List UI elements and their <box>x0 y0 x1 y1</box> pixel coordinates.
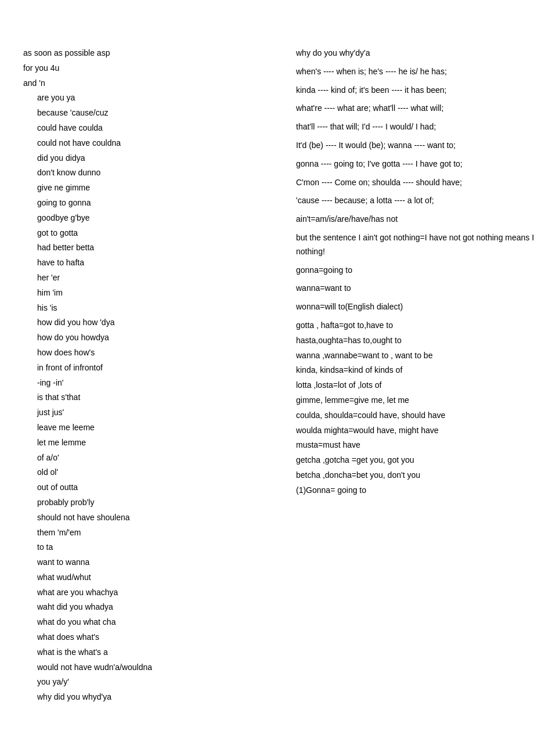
left-entry-29: out of outta <box>23 481 290 495</box>
right-entry-37: getcha ,gotcha =get you, got you <box>296 453 534 467</box>
left-entry-14: have to hafta <box>23 256 290 270</box>
left-entry-9: give ne gimme <box>23 181 290 195</box>
left-entry-33: to ta <box>23 541 290 555</box>
left-entry-8: don't know dunno <box>23 166 290 180</box>
left-entry-41: would not have wudn'a/wouldna <box>23 661 290 675</box>
left-entry-40: what is the what's a <box>23 646 290 660</box>
right-entry-12: gonna ---- going to; I've gotta ---- I h… <box>296 157 534 171</box>
left-entry-12: got to gotta <box>23 226 290 240</box>
left-entry-39: what does what's <box>23 631 290 645</box>
left-column: as soon as possible aspfor you 4uand 'na… <box>23 46 290 705</box>
left-entry-4: because 'cause/cuz <box>23 106 290 120</box>
right-entry-35: woulda mighta=would have, might have <box>296 424 534 438</box>
left-entry-28: old ol' <box>23 466 290 480</box>
left-entry-15: her 'er <box>23 271 290 285</box>
left-entry-42: you ya/y' <box>23 675 290 689</box>
left-entry-21: in front of infrontof <box>23 361 290 375</box>
left-entry-1: for you 4u <box>23 62 290 75</box>
left-entry-26: let me lemme <box>23 436 290 450</box>
right-entry-16: 'cause ---- because; a lotta ---- a lot … <box>296 194 534 208</box>
right-entry-4: kinda ---- kind of; it's been ---- it ha… <box>296 84 534 98</box>
left-entry-37: waht did you whadya <box>23 600 290 614</box>
left-entry-0: as soon as possible asp <box>23 46 290 60</box>
left-entry-43: why did you whyd'ya <box>23 690 290 704</box>
right-entry-32: lotta ,losta=lot of ,lots of <box>296 379 534 393</box>
left-entry-31: should not have shoulena <box>23 511 290 525</box>
left-entry-16: him 'im <box>23 286 290 300</box>
left-entry-19: how do you howdya <box>23 331 290 345</box>
left-entry-24: just jus' <box>23 406 290 420</box>
right-entry-24: wanna=want to <box>296 282 534 296</box>
right-entry-8: that'll ---- that will; I'd ---- I would… <box>296 120 534 134</box>
left-entry-13: had better betta <box>23 241 290 255</box>
right-entry-29: hasta,oughta=has to,ought to <box>296 334 534 348</box>
right-column: why do you why'dy'awhen's ---- when is; … <box>290 46 534 705</box>
right-entry-36: musta=must have <box>296 438 534 452</box>
right-entry-31: kinda, kindsa=kind of kinds of <box>296 363 534 377</box>
left-entry-20: how does how's <box>23 346 290 360</box>
right-entry-30: wanna ,wannabe=want to , want to be <box>296 349 534 363</box>
right-entry-6: what're ---- what are; what'll ---- what… <box>296 102 534 116</box>
right-entry-38: betcha ,doncha=bet you, don't you <box>296 469 534 483</box>
left-entry-32: them 'm/'em <box>23 526 290 540</box>
left-entry-2: and 'n <box>23 77 290 91</box>
left-entry-10: going to gonna <box>23 196 290 210</box>
main-content: as soon as possible aspfor you 4uand 'na… <box>23 46 511 705</box>
right-entry-18: ain't=am/is/are/have/has not <box>296 213 534 226</box>
right-entry-20: but the sentence I ain't got nothing=I h… <box>296 231 534 259</box>
right-entry-26: wonna=will to(English dialect) <box>296 300 534 314</box>
left-entry-17: his 'is <box>23 301 290 315</box>
left-entry-35: what wud/whut <box>23 571 290 585</box>
right-entry-0: why do you why'dy'a <box>296 46 534 60</box>
right-entry-22: gonna=going to <box>296 264 534 278</box>
left-entry-18: how did you how 'dya <box>23 316 290 330</box>
right-entry-28: gotta , hafta=got to,have to <box>296 319 534 333</box>
left-entry-38: what do you what cha <box>23 615 290 629</box>
left-entry-27: of a/o' <box>23 451 290 465</box>
left-entry-7: did you didya <box>23 152 290 165</box>
left-entry-3: are you ya <box>23 91 290 105</box>
left-entry-34: want to wanna <box>23 556 290 570</box>
left-entry-22: -ing -in' <box>23 376 290 390</box>
left-entry-6: could not have couldna <box>23 136 290 150</box>
right-entry-39: (1)Gonna= going to <box>296 484 534 498</box>
right-entry-14: C'mon ---- Come on; shoulda ---- should … <box>296 176 534 190</box>
left-entry-11: goodbye g'bye <box>23 211 290 225</box>
left-entry-23: is that s'that <box>23 391 290 405</box>
left-entry-30: probably prob'ly <box>23 496 290 510</box>
right-entry-2: when's ---- when is; he's ---- he is/ he… <box>296 65 534 79</box>
left-entry-5: could have coulda <box>23 121 290 135</box>
right-entry-33: gimme, lemme=give me, let me <box>296 394 534 408</box>
right-entry-34: coulda, shoulda=could have, should have <box>296 409 534 423</box>
left-entry-36: what are you whachya <box>23 586 290 600</box>
left-entry-25: leave me leeme <box>23 421 290 435</box>
right-entry-10: It'd (be) ---- It would (be); wanna ----… <box>296 139 534 153</box>
